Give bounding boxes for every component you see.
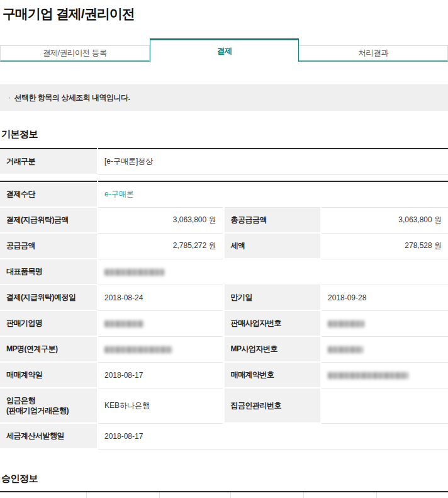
maturity-date-label: 만기일 — [223, 285, 321, 310]
seller-biz-no-value — [321, 310, 448, 336]
basic-info-heading: 기본정보 — [1, 128, 448, 140]
supply-amount-label: 공급금액 — [0, 233, 98, 259]
mp-biz-no-value — [321, 336, 448, 362]
pay-due-date-label: 결제(지급위탁)예정일 — [0, 285, 98, 310]
table-row: 결제(지급위탁)예정일 2018-08-24 만기일 2018-09-28 — [0, 285, 448, 310]
table-row: 입금은행 (판매기업거래은행) KEB하나은행 집금인관리번호 — [0, 388, 448, 423]
tax-invoice-date-value: 2018-08-17 — [98, 423, 448, 449]
pay-amount-value: 3,063,800 원 — [98, 207, 223, 233]
tab-bar: 결제/권리이전 등록 결제 처리결과 — [0, 38, 448, 62]
contract-date-label: 매매계약일 — [0, 362, 98, 388]
pay-amount-label: 결제(지급위탁)금액 — [0, 207, 98, 233]
redacted-value — [104, 320, 143, 327]
redacted-value — [104, 269, 164, 276]
table-row: 결제(지급위탁)금액 3,063,800 원 총공급금액 3,063,800 원 — [0, 207, 448, 233]
tab-payment-label: 결제 — [217, 46, 232, 57]
deposit-bank-label: 입금은행 (판매기업거래은행) — [0, 388, 98, 423]
pay-due-date-value: 2018-08-24 — [98, 285, 223, 310]
table-row: 매매계약일 2018-08-17 매매계약번호 — [0, 362, 448, 388]
total-supply-value: 3,063,800 원 — [321, 207, 448, 233]
tax-label: 세액 — [223, 233, 321, 259]
mp-biz-no-label: MP사업자번호 — [223, 336, 321, 362]
col-discount-balance: 할인실행잔액 — [303, 492, 376, 498]
notice-banner: · 선택한 항목의 상세조회 내역입니다. — [0, 84, 448, 111]
col-used-amount: 사용금액 — [159, 492, 230, 498]
mp-name-value — [98, 336, 223, 362]
table-row: 거래구분 [e-구매론]정상 — [0, 149, 448, 174]
pay-method-value: e-구매론 — [98, 181, 448, 207]
page-title: 구매기업 결제/권리이전 — [3, 5, 448, 23]
table-row: 세금계산서발행일 2018-08-17 — [0, 423, 448, 449]
table-row: 판매기업명 판매사업자번호 — [0, 310, 448, 336]
page-container: 구매기업 결제/권리이전 결제/권리이전 등록 결제 처리결과 · 선택한 항목… — [0, 0, 448, 498]
tax-value: 278,528 원 — [321, 233, 448, 259]
seller-name-value — [98, 310, 223, 336]
tax-invoice-date-label: 세금계산서발행일 — [0, 423, 98, 449]
item-name-label: 대표품목명 — [0, 259, 98, 285]
item-name-value — [98, 259, 448, 285]
contract-no-value — [321, 362, 448, 388]
tab-result-label: 처리결과 — [358, 48, 388, 59]
table-header-row: 승인번호 대출한도 사용금액 사용가능금액 할인실행잔액 결제계좌번호 — [0, 492, 448, 498]
tab-payment[interactable]: 결제 — [150, 38, 300, 62]
total-supply-label: 총공급금액 — [223, 207, 321, 233]
table-row: 결제수단 e-구매론 — [0, 181, 448, 207]
redacted-value — [328, 346, 363, 353]
approval-info-table: 승인번호 대출한도 사용금액 사용가능금액 할인실행잔액 결제계좌번호 320,… — [0, 491, 448, 498]
notice-text: 선택한 항목의 상세조회 내역입니다. — [14, 93, 130, 103]
pay-method-label: 결제수단 — [0, 181, 98, 207]
approval-info-heading: 승인정보 — [1, 473, 448, 485]
contract-no-label: 매매계약번호 — [223, 362, 321, 388]
maturity-date-value: 2018-09-28 — [321, 285, 448, 310]
table-row: MP명(연계구분) MP사업자번호 — [0, 336, 448, 362]
basic-info-table-1: 거래구분 [e-구매론]정상 — [0, 148, 448, 175]
redacted-value — [328, 320, 364, 327]
trade-type-value: [e-구매론]정상 — [98, 149, 448, 174]
collector-no-label: 집금인관리번호 — [223, 388, 321, 423]
deposit-bank-label-line2: (판매기업거래은행) — [6, 405, 92, 416]
tab-registration-label: 결제/권리이전 등록 — [43, 48, 107, 59]
tab-registration[interactable]: 결제/권리이전 등록 — [0, 45, 150, 62]
supply-amount-value: 2,785,272 원 — [98, 233, 223, 259]
bullet-icon: · — [8, 93, 11, 102]
trade-type-label: 거래구분 — [0, 149, 98, 174]
table-row: 공급금액 2,785,272 원 세액 278,528 원 — [0, 233, 448, 259]
mp-name-label: MP명(연계구분) — [0, 336, 98, 362]
deposit-bank-value: KEB하나은행 — [98, 388, 223, 423]
tab-result[interactable]: 처리결과 — [299, 45, 448, 62]
deposit-bank-label-line1: 입금은행 — [6, 395, 92, 405]
redacted-value — [104, 346, 172, 353]
table-row: 대표품목명 — [0, 259, 448, 285]
col-settlement-account: 결제계좌번호 — [376, 492, 448, 498]
basic-info-table-2: 결제수단 e-구매론 결제(지급위탁)금액 3,063,800 원 총공급금액 … — [0, 181, 448, 450]
seller-biz-no-label: 판매사업자번호 — [223, 310, 321, 336]
col-available-amount: 사용가능금액 — [230, 492, 303, 498]
col-loan-limit: 대출한도 — [86, 492, 159, 498]
redacted-value — [328, 372, 408, 379]
collector-no-value — [321, 388, 448, 423]
contract-date-value: 2018-08-17 — [98, 362, 223, 388]
col-approval-no: 승인번호 — [0, 492, 86, 498]
seller-name-label: 판매기업명 — [0, 310, 98, 336]
